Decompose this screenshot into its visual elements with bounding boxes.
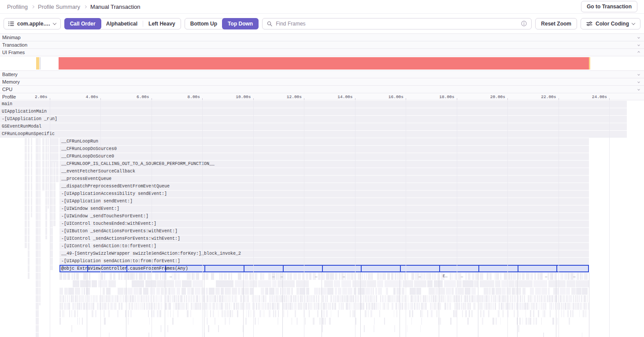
- flame-mini-frame[interactable]: [213, 303, 215, 310]
- flame-mini-frame[interactable]: [174, 295, 175, 302]
- flame-mini-frame[interactable]: [469, 310, 470, 317]
- flame-mini-frame[interactable]: [157, 280, 174, 287]
- flame-mini-frame[interactable]: [493, 295, 494, 302]
- slow-frame-bar[interactable]: [36, 57, 39, 70]
- flame-mini-frame[interactable]: [290, 295, 292, 302]
- flame-mini-frame[interactable]: [537, 295, 538, 302]
- flame-mini-frame[interactable]: [538, 310, 539, 317]
- flame-mini-frame[interactable]: [153, 295, 155, 302]
- flame-mini-frame[interactable]: [174, 303, 174, 310]
- flame-mini-frame[interactable]: [130, 310, 132, 317]
- flame-side-stack[interactable]: [31, 138, 32, 217]
- flame-mini-frame[interactable]: [501, 295, 502, 302]
- flame-mini-frame[interactable]: [586, 303, 587, 310]
- flame-mini-frame[interactable]: [208, 325, 209, 332]
- flame-mini-frame[interactable]: [87, 295, 87, 302]
- flame-mini-frame[interactable]: [437, 303, 437, 310]
- flame-mini-frame[interactable]: [122, 295, 122, 302]
- flame-mini-frame[interactable]: [553, 288, 559, 295]
- flame-mini-frame[interactable]: [492, 318, 494, 325]
- flame-mini-frame[interactable]: [395, 273, 396, 280]
- flame-mini-frame[interactable]: [382, 295, 384, 302]
- bottom-up-button[interactable]: Bottom Up: [185, 18, 222, 29]
- flame-mini-frame[interactable]: [201, 295, 202, 302]
- flame-mini-frame[interactable]: [425, 295, 426, 302]
- flame-mini-frame[interactable]: [278, 318, 279, 325]
- flame-mini-frame[interactable]: [104, 303, 106, 310]
- flame-mini-frame[interactable]: [400, 273, 403, 280]
- flame-mini-frame[interactable]: [471, 288, 476, 295]
- flame-mini-frame[interactable]: [367, 280, 376, 287]
- flame-mini-frame[interactable]: [217, 303, 218, 310]
- flame-mini-frame[interactable]: [455, 295, 458, 302]
- flame-mini-frame[interactable]: [238, 303, 239, 310]
- flame-mini-frame[interactable]: [548, 280, 566, 287]
- flame-mini-frame[interactable]: [186, 303, 187, 310]
- flame-mini-frame[interactable]: [425, 303, 426, 310]
- flame-mini-frame[interactable]: [358, 303, 359, 310]
- flame-mini-frame[interactable]: [584, 303, 585, 310]
- flame-mini-frame[interactable]: [216, 280, 233, 287]
- flame-mini-frame[interactable]: [334, 295, 336, 302]
- flame-mini-frame[interactable]: [63, 295, 64, 302]
- flame-mini-frame[interactable]: [279, 303, 280, 310]
- flame-mini-frame[interactable]: [396, 295, 397, 302]
- flame-mini-frame[interactable]: [327, 288, 333, 295]
- flame-mini-frame[interactable]: [450, 295, 451, 302]
- flame-mini-frame[interactable]: [533, 303, 535, 310]
- flame-mini-frame[interactable]: [312, 295, 312, 302]
- flame-mini-frame[interactable]: [374, 318, 375, 325]
- flame-mini-frame[interactable]: [192, 273, 194, 280]
- flame-mini-frame[interactable]: [195, 303, 196, 310]
- flame-mini-frame[interactable]: [170, 310, 171, 317]
- flame-mini-frame[interactable]: [244, 273, 248, 280]
- flame-mini-frame[interactable]: [221, 273, 222, 280]
- flame-mini-frame[interactable]: [120, 295, 121, 302]
- flame-mini-frame[interactable]: [64, 303, 66, 310]
- flame-mini-frame[interactable]: [264, 310, 265, 317]
- flame-mini-frame[interactable]: [571, 295, 572, 302]
- flame-mini-frame[interactable]: [244, 303, 244, 310]
- flame-mini-frame[interactable]: [557, 318, 558, 325]
- flame-mini-frame[interactable]: [517, 318, 518, 325]
- flame-mini-frame[interactable]: [104, 318, 106, 325]
- flame-mini-frame[interactable]: [71, 273, 74, 280]
- flame-frame[interactable]: main: [0, 101, 627, 108]
- flame-mini-frame[interactable]: [132, 295, 133, 302]
- flame-mini-frame[interactable]: [524, 303, 526, 310]
- flame-mini-frame[interactable]: [167, 325, 169, 332]
- flame-mini-frame[interactable]: [300, 295, 302, 302]
- flame-mini-frame[interactable]: [377, 273, 379, 280]
- flame-mini-frame[interactable]: [508, 295, 509, 302]
- sort-alphabetical-button[interactable]: Alphabetical: [101, 18, 143, 29]
- flame-mini-frame[interactable]: [501, 280, 508, 287]
- flame-mini-frame[interactable]: [236, 303, 237, 310]
- flame-mini-frame[interactable]: [541, 288, 547, 295]
- flame-mini-frame[interactable]: [91, 303, 92, 310]
- flame-mini-frame[interactable]: [583, 303, 583, 310]
- flame-mini-frame[interactable]: [495, 295, 496, 302]
- flame-mini-frame[interactable]: [515, 288, 521, 295]
- flame-mini-frame[interactable]: [283, 288, 286, 295]
- flame-frame[interactable]: GSEventRunModal: [0, 123, 627, 130]
- flame-mini-frame[interactable]: [500, 273, 501, 280]
- flame-mini-frame[interactable]: [537, 273, 540, 280]
- flame-mini-frame[interactable]: [76, 273, 79, 280]
- flame-mini-frame[interactable]: [207, 310, 207, 317]
- flame-mini-frame[interactable]: [578, 295, 580, 302]
- flame-mini-frame[interactable]: [209, 295, 211, 302]
- flame-mini-frame[interactable]: [218, 325, 219, 332]
- flame-mini-frame[interactable]: [296, 318, 298, 325]
- ui-frames-track[interactable]: [0, 56, 644, 70]
- flame-mini-frame[interactable]: [584, 310, 585, 317]
- flame-mini-frame[interactable]: [579, 310, 580, 317]
- flame-mini-frame[interactable]: [161, 303, 162, 310]
- flame-mini-frame[interactable]: [407, 325, 408, 332]
- flame-mini-frame[interactable]: [159, 310, 161, 317]
- flame-mini-frame[interactable]: [112, 295, 114, 302]
- flame-mini-frame[interactable]: [249, 280, 257, 287]
- flame-mini-frame[interactable]: [461, 303, 463, 310]
- flame-mini-frame[interactable]: [266, 303, 267, 310]
- flame-mini-frame[interactable]: [353, 310, 355, 317]
- flame-mini-frame[interactable]: [178, 273, 180, 280]
